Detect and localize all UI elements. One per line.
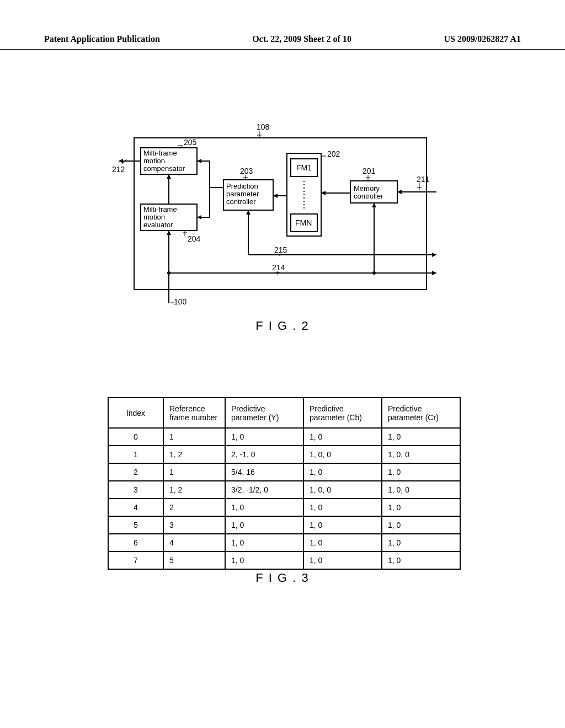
svg-point-55 [167, 271, 170, 275]
svg-marker-23 [197, 159, 201, 163]
label-205: 205 [184, 138, 197, 147]
table-row: 5 3 1, 0 1, 0 1, 0 [108, 516, 460, 534]
header-right: US 2009/0262827 A1 [444, 34, 521, 49]
svg-marker-44 [167, 231, 171, 235]
label-212: 212 [112, 165, 125, 174]
header-reference: Reference frame number [163, 398, 225, 428]
figure-3-table: Index Reference frame number Predictive … [108, 397, 461, 570]
svg-text:Prediction: Prediction [226, 182, 258, 190]
svg-text:parameter: parameter [226, 190, 259, 198]
table-row: 7 5 1, 0 1, 0 1, 0 [108, 552, 460, 569]
label-204: 204 [188, 234, 201, 243]
svg-text:motion: motion [143, 213, 165, 221]
svg-text:compensator: compensator [143, 164, 185, 173]
compensator-text1: Milti-frame [143, 149, 177, 157]
svg-marker-54 [432, 271, 436, 275]
svg-marker-49 [432, 253, 436, 257]
svg-text:evaluator: evaluator [143, 221, 173, 229]
svg-marker-33 [273, 194, 278, 198]
header-left: Patent Application Publication [44, 34, 160, 49]
svg-text:Milti-frame: Milti-frame [143, 205, 177, 213]
header-param-cr: Predictive parameter (Cr) [382, 398, 460, 428]
table-row: 0 1 1, 0 1, 0 1, 0 [108, 428, 460, 446]
label-100: 100 [174, 297, 187, 306]
figure-3-caption: F I G . 3 [0, 571, 565, 585]
header-param-y: Predictive parameter (Y) [225, 398, 303, 428]
table-header-row: Index Reference frame number Predictive … [108, 398, 460, 428]
label-202: 202 [327, 149, 340, 158]
table-row: 1 1, 2 2, -1, 0 1, 0, 0 1, 0, 0 [108, 446, 460, 463]
svg-text:controller: controller [226, 197, 256, 206]
figure-2-caption: F I G . 2 [0, 319, 565, 333]
figure-2-diagram: 108 Milti-frame motion compensator 205 2… [108, 121, 439, 314]
fm1-label: FM1 [296, 163, 312, 172]
label-201: 201 [363, 167, 376, 175]
svg-text:Memory: Memory [354, 184, 380, 192]
header-param-cb: Predictive parameter (Cb) [303, 398, 382, 428]
svg-point-56 [372, 271, 376, 275]
svg-marker-47 [246, 210, 250, 215]
header-center: Oct. 22, 2009 Sheet 2 of 10 [252, 34, 351, 49]
svg-marker-52 [372, 203, 376, 207]
page-header: Patent Application Publication Oct. 22, … [0, 34, 565, 50]
svg-text:controller: controller [354, 192, 383, 200]
svg-marker-26 [197, 215, 201, 220]
label-215: 215 [274, 245, 287, 254]
svg-text:motion: motion [143, 157, 165, 165]
table-row: 2 1 5/4, 16 1, 0 1, 0 [108, 463, 460, 481]
label-211: 211 [417, 175, 430, 184]
table-row: 4 2 1, 0 1, 0 1, 0 [108, 499, 460, 516]
svg-marker-6 [119, 159, 123, 163]
label-214: 214 [272, 263, 285, 272]
table-row: 3 1, 2 3/2, -1/2, 0 1, 0, 0 1, 0, 0 [108, 481, 460, 499]
table-row: 6 4 1, 0 1, 0 1, 0 [108, 534, 460, 552]
header-index: Index [108, 398, 163, 428]
svg-marker-39 [321, 191, 326, 195]
fmn-label: FMN [295, 218, 312, 227]
svg-marker-41 [397, 190, 402, 194]
svg-marker-14 [167, 174, 171, 179]
label-203: 203 [240, 167, 253, 175]
label-108: 108 [257, 122, 270, 131]
